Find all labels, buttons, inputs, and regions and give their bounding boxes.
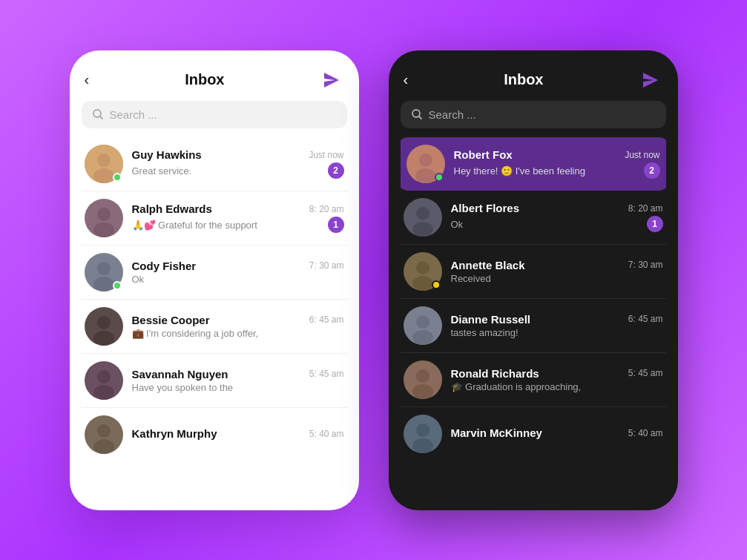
message-time: 8: 20 am — [309, 204, 344, 214]
page-title: Inbox — [504, 71, 543, 88]
unread-badge: 2 — [328, 162, 344, 179]
message-preview: Great service. — [132, 165, 192, 177]
svg-point-39 — [412, 438, 433, 453]
list-item[interactable]: Annette Black 7: 30 am Received — [401, 245, 666, 298]
message-time: 5: 40 am — [628, 428, 663, 438]
svg-point-32 — [416, 315, 430, 329]
contact-name: Annette Black — [451, 259, 525, 271]
svg-point-7 — [93, 223, 114, 237]
message-time: Just now — [309, 150, 343, 160]
list-item[interactable]: Dianne Russell 6: 45 am tastes amazing! — [401, 299, 666, 352]
light-phone: ‹ Inbox Search ... — [70, 50, 359, 510]
svg-point-27 — [412, 222, 433, 237]
online-indicator — [435, 173, 444, 182]
message-time: 8: 20 am — [628, 203, 663, 214]
list-item[interactable]: Robert Fox Just now Hey there! 🙂 I've be… — [401, 137, 666, 191]
message-content: Cody Fisher 7: 30 am Ok — [132, 260, 344, 285]
compose-button[interactable] — [639, 68, 662, 92]
list-item[interactable]: Ralph Edwards 8: 20 am 🙏💕 Grateful for t… — [82, 191, 347, 245]
list-item[interactable]: Cody Fisher 7: 30 am Ok — [82, 246, 347, 299]
message-time: 5: 40 am — [309, 429, 344, 439]
list-item[interactable]: Ronald Richards 5: 45 am 🎓 Graduation is… — [401, 353, 666, 406]
svg-point-23 — [419, 154, 432, 167]
contact-name: Dianne Russell — [451, 313, 531, 326]
message-time: 6: 45 am — [309, 314, 344, 325]
avatar — [404, 415, 442, 453]
online-indicator — [113, 173, 122, 182]
svg-line-21 — [418, 116, 421, 119]
svg-point-35 — [416, 369, 430, 383]
svg-point-36 — [412, 384, 433, 399]
list-item[interactable]: Marvin McKinney 5: 40 am — [401, 407, 666, 461]
light-header: ‹ Inbox — [82, 68, 347, 92]
svg-point-16 — [93, 385, 114, 400]
message-preview: 🙏💕 Grateful for the support — [132, 220, 257, 231]
message-time: Just now — [625, 150, 659, 160]
compose-button[interactable] — [320, 68, 343, 92]
svg-point-33 — [412, 330, 433, 345]
message-time: 5: 45 am — [309, 369, 344, 379]
avatar-image — [85, 415, 123, 454]
list-item[interactable]: Bessie Cooper 6: 45 am 💼 I'm considering… — [82, 300, 347, 353]
svg-point-18 — [97, 424, 111, 438]
avatar-image — [85, 361, 123, 400]
message-preview: Ok — [451, 219, 464, 230]
message-time: 7: 30 am — [309, 260, 344, 271]
avatar-image — [404, 360, 442, 399]
avatar-image — [85, 199, 123, 237]
avatar — [85, 307, 123, 346]
dark-phone: ‹ Inbox Search ... — [389, 50, 678, 510]
message-time: 5: 45 am — [628, 368, 663, 378]
svg-point-29 — [416, 261, 430, 274]
svg-point-38 — [416, 424, 430, 437]
avatar — [85, 415, 123, 454]
list-item[interactable]: Kathryn Murphy 5: 40 am — [82, 408, 347, 461]
search-icon — [92, 108, 104, 120]
avatar — [407, 145, 445, 183]
contact-name: Guy Hawkins — [132, 148, 202, 161]
svg-point-24 — [415, 168, 436, 183]
list-item[interactable]: Savannah Nguyen 5: 45 am Have you spoken… — [82, 354, 347, 407]
dark-message-list: Robert Fox Just now Hey there! 🙂 I've be… — [401, 137, 666, 493]
online-indicator — [113, 281, 122, 290]
back-button[interactable]: ‹ — [85, 71, 90, 88]
message-preview: Received — [451, 273, 491, 284]
message-preview: 🎓 Graduation is approaching, — [451, 381, 582, 392]
avatar-image — [404, 415, 442, 453]
dark-header: ‹ Inbox — [401, 68, 666, 92]
avatar-image — [404, 198, 442, 237]
svg-point-26 — [416, 207, 430, 220]
search-placeholder: Search ... — [429, 108, 476, 121]
list-item[interactable]: Albert Flores 8: 20 am Ok 1 — [401, 191, 666, 244]
search-bar[interactable]: Search ... — [401, 101, 666, 128]
message-content: Dianne Russell 6: 45 am tastes amazing! — [451, 313, 663, 338]
message-time: 6: 45 am — [628, 314, 663, 324]
list-item[interactable]: Guy Hawkins Just now Great service. 2 — [82, 137, 347, 191]
message-preview: Hey there! 🙂 I've been feeling — [454, 165, 585, 177]
message-content: Guy Hawkins Just now Great service. 2 — [132, 148, 344, 179]
contact-name: Albert Flores — [451, 202, 520, 214]
contact-name: Ralph Edwards — [132, 202, 212, 215]
contact-name: Marvin McKinney — [451, 426, 542, 439]
contact-name: Ronald Richards — [451, 367, 539, 380]
avatar — [85, 253, 123, 291]
message-preview: Have you spoken to the — [132, 382, 234, 393]
unread-badge: 2 — [644, 162, 660, 179]
avatar-image — [85, 307, 123, 346]
svg-point-10 — [93, 277, 114, 291]
message-preview: Ok — [132, 274, 145, 285]
message-time: 7: 30 am — [628, 260, 663, 270]
back-button[interactable]: ‹ — [404, 71, 409, 88]
light-message-list: Guy Hawkins Just now Great service. 2 — [82, 137, 347, 493]
svg-point-30 — [412, 276, 433, 291]
message-content: Albert Flores 8: 20 am Ok 1 — [451, 202, 663, 232]
svg-point-9 — [97, 262, 111, 275]
avatar — [404, 198, 442, 237]
avatar — [404, 306, 442, 345]
page-title: Inbox — [185, 71, 224, 88]
avatar — [404, 252, 442, 291]
search-bar[interactable]: Search ... — [82, 101, 347, 128]
message-preview: tastes amazing! — [451, 327, 519, 338]
svg-point-13 — [93, 331, 114, 346]
message-content: Savannah Nguyen 5: 45 am Have you spoken… — [132, 368, 344, 393]
